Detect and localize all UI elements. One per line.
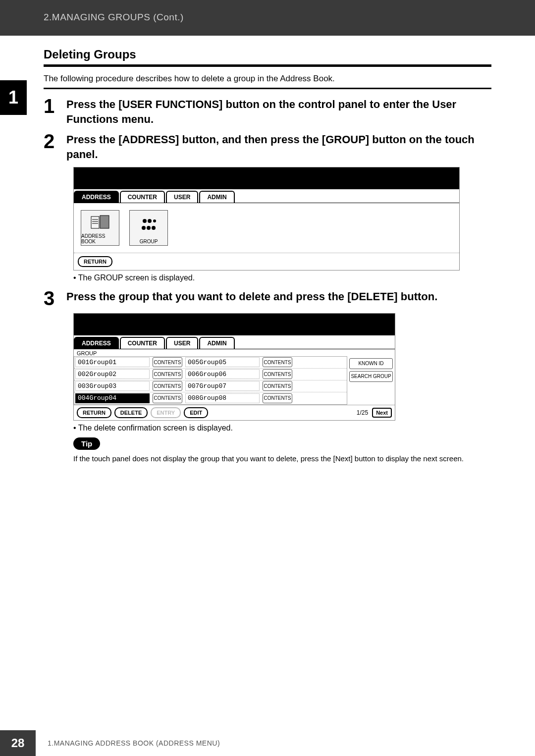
return-button[interactable]: RETURN bbox=[78, 256, 112, 267]
group-list-area: 001Group01 CONTENTS 005Group05 CONTENTS … bbox=[74, 356, 395, 405]
group-entry[interactable]: 005Group05 bbox=[185, 357, 260, 367]
footer-text: 1.MANAGING ADDRESS BOOK (ADDRESS MENU) bbox=[48, 739, 220, 747]
tip-label: Tip bbox=[73, 437, 100, 450]
group-entry[interactable]: 001Group01 bbox=[75, 357, 150, 367]
delete-button[interactable]: DELETE bbox=[114, 407, 148, 418]
group-entry[interactable]: 002Group02 bbox=[75, 369, 150, 379]
intro-rule bbox=[44, 88, 491, 89]
svg-point-10 bbox=[152, 226, 156, 230]
contents-button[interactable]: CONTENTS bbox=[263, 393, 292, 403]
chapter-number: 1 bbox=[8, 87, 18, 108]
group-button[interactable]: GROUP bbox=[129, 210, 168, 246]
page-header: 2.MANAGING GROUPS (Cont.) bbox=[0, 0, 535, 36]
svg-point-9 bbox=[147, 226, 151, 230]
known-id-button[interactable]: KNOWN ID bbox=[349, 358, 393, 369]
group-entry-selected[interactable]: 004Group04 bbox=[75, 393, 150, 403]
step-2: 2 Press the [ADDRESS] button, and then p… bbox=[44, 131, 491, 162]
step-text: Press the [ADDRESS] button, and then pre… bbox=[66, 131, 491, 162]
contents-button[interactable]: CONTENTS bbox=[153, 357, 182, 367]
contents-button[interactable]: CONTENTS bbox=[153, 381, 182, 391]
group-entry[interactable]: 006Group06 bbox=[185, 369, 260, 379]
screen-tabs: ADDRESS COUNTER USER ADMIN bbox=[74, 189, 459, 203]
tab-address[interactable]: ADDRESS bbox=[74, 337, 119, 349]
svg-point-6 bbox=[148, 219, 152, 223]
tip-badge: Tip bbox=[73, 439, 491, 448]
step3-note: The delete confirmation screen is displa… bbox=[73, 424, 491, 432]
screen-bottom-bar: RETURN DELETE ENTRY EDIT 1/25 Next bbox=[74, 405, 395, 420]
address-book-button[interactable]: ADDRESS BOOK bbox=[81, 210, 119, 246]
section-rule bbox=[44, 64, 491, 67]
edit-button[interactable]: EDIT bbox=[184, 407, 208, 418]
table-row: 001Group01 CONTENTS 005Group05 CONTENTS bbox=[74, 357, 347, 369]
touch-panel-screenshot-1: ADDRESS COUNTER USER ADMIN ADDRESS BOOK bbox=[73, 167, 460, 270]
group-entry[interactable]: 003Group03 bbox=[75, 381, 150, 391]
step-text: Press the group that you want to delete … bbox=[66, 288, 437, 304]
group-columns: 001Group01 CONTENTS 005Group05 CONTENTS … bbox=[74, 356, 347, 405]
chapter-side-tab: 1 bbox=[0, 80, 27, 115]
tab-counter[interactable]: COUNTER bbox=[120, 337, 165, 349]
contents-button[interactable]: CONTENTS bbox=[153, 393, 182, 403]
contents-button[interactable]: CONTENTS bbox=[153, 369, 182, 379]
group-icon bbox=[139, 211, 159, 239]
search-group-button[interactable]: SEARCH GROUP bbox=[349, 371, 393, 382]
section-title: Deleting Groups bbox=[44, 48, 491, 61]
page-content: Deleting Groups The following procedure … bbox=[0, 36, 535, 464]
contents-button[interactable]: CONTENTS bbox=[263, 357, 292, 367]
tip-text: If the touch panel does not display the … bbox=[73, 453, 491, 465]
screen-tabs: ADDRESS COUNTER USER ADMIN bbox=[74, 335, 395, 349]
svg-rect-1 bbox=[100, 216, 109, 228]
step-number: 2 bbox=[44, 131, 66, 151]
tab-user[interactable]: USER bbox=[166, 337, 198, 349]
table-row: 004Group04 CONTENTS 008Group08 CONTENTS bbox=[74, 392, 347, 404]
svg-rect-0 bbox=[91, 216, 99, 228]
tab-address[interactable]: ADDRESS bbox=[74, 191, 119, 203]
svg-point-8 bbox=[142, 226, 146, 230]
step-1: 1 Press the [USER FUNCTIONS] button on t… bbox=[44, 96, 491, 126]
screen-header-black bbox=[74, 314, 395, 335]
step-text: Press the [USER FUNCTIONS] button on the… bbox=[66, 96, 491, 126]
svg-point-5 bbox=[143, 219, 147, 223]
screen-header-black bbox=[74, 167, 459, 189]
table-row: 002Group02 CONTENTS 006Group06 CONTENTS bbox=[74, 369, 347, 380]
svg-point-7 bbox=[153, 219, 156, 222]
section-intro: The following procedure describes how to… bbox=[44, 74, 491, 84]
screen-body: ADDRESS BOOK GROUP bbox=[74, 203, 459, 253]
address-book-icon bbox=[90, 211, 110, 233]
step-number: 3 bbox=[44, 288, 66, 308]
screen-bottom-bar: RETURN bbox=[74, 253, 459, 270]
group-label: GROUP bbox=[140, 239, 158, 244]
step-number: 1 bbox=[44, 96, 66, 116]
group-entry[interactable]: 008Group08 bbox=[185, 393, 260, 403]
breadcrumb: 2.MANAGING GROUPS (Cont.) bbox=[44, 12, 184, 22]
pager: 1/25 Next bbox=[357, 408, 392, 418]
touch-panel-screenshot-2: ADDRESS COUNTER USER ADMIN GROUP 001Grou… bbox=[73, 313, 395, 421]
tab-admin[interactable]: ADMIN bbox=[199, 337, 234, 349]
contents-button[interactable]: CONTENTS bbox=[263, 381, 292, 391]
tab-admin[interactable]: ADMIN bbox=[199, 191, 234, 203]
table-row: 003Group03 CONTENTS 007Group07 CONTENTS bbox=[74, 380, 347, 392]
tab-counter[interactable]: COUNTER bbox=[120, 191, 165, 203]
step2-note: The GROUP screen is displayed. bbox=[73, 273, 491, 282]
group-list-label: GROUP bbox=[74, 349, 395, 356]
step-3: 3 Press the group that you want to delet… bbox=[44, 288, 491, 308]
next-button[interactable]: Next bbox=[372, 408, 392, 418]
entry-button-disabled: ENTRY bbox=[151, 407, 181, 418]
page-footer: 28 1.MANAGING ADDRESS BOOK (ADDRESS MENU… bbox=[0, 730, 535, 756]
return-button[interactable]: RETURN bbox=[77, 407, 111, 418]
address-book-label: ADDRESS BOOK bbox=[81, 233, 119, 244]
tab-user[interactable]: USER bbox=[166, 191, 198, 203]
page-number: 28 bbox=[0, 730, 36, 756]
contents-button[interactable]: CONTENTS bbox=[263, 369, 292, 379]
group-side-column: KNOWN ID SEARCH GROUP bbox=[347, 356, 395, 405]
page-indicator: 1/25 bbox=[357, 409, 368, 416]
group-entry[interactable]: 007Group07 bbox=[185, 381, 260, 391]
